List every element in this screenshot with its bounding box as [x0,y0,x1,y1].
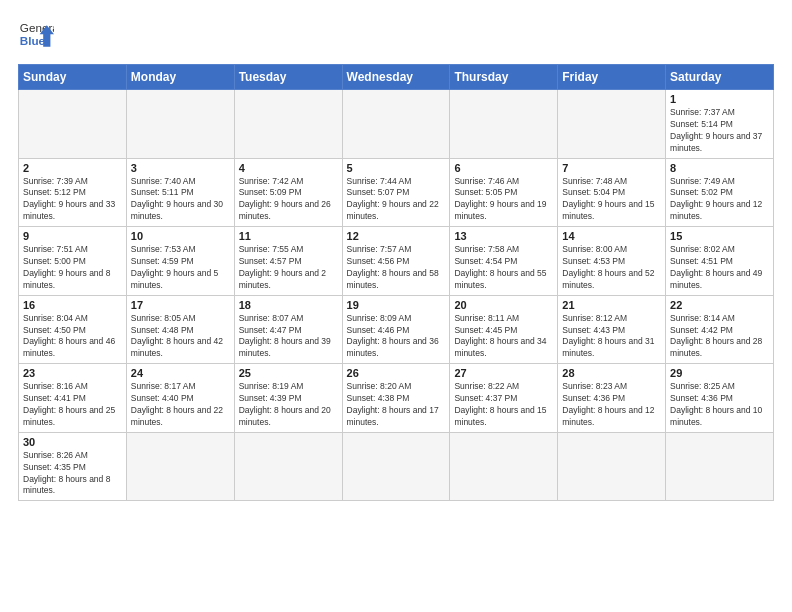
page-header: General Blue [18,18,774,54]
day-number: 1 [670,93,769,105]
calendar-cell: 26Sunrise: 8:20 AM Sunset: 4:38 PM Dayli… [342,364,450,433]
day-info: Sunrise: 8:00 AM Sunset: 4:53 PM Dayligh… [562,244,661,292]
day-info: Sunrise: 8:14 AM Sunset: 4:42 PM Dayligh… [670,313,769,361]
day-number: 18 [239,299,338,311]
calendar-week-row: 30Sunrise: 8:26 AM Sunset: 4:35 PM Dayli… [19,432,774,501]
weekday-header-row: SundayMondayTuesdayWednesdayThursdayFrid… [19,65,774,90]
day-info: Sunrise: 7:49 AM Sunset: 5:02 PM Dayligh… [670,176,769,224]
calendar-week-row: 16Sunrise: 8:04 AM Sunset: 4:50 PM Dayli… [19,295,774,364]
calendar-cell: 2Sunrise: 7:39 AM Sunset: 5:12 PM Daylig… [19,158,127,227]
calendar-cell: 23Sunrise: 8:16 AM Sunset: 4:41 PM Dayli… [19,364,127,433]
general-blue-logo-icon: General Blue [18,18,54,54]
day-info: Sunrise: 8:12 AM Sunset: 4:43 PM Dayligh… [562,313,661,361]
day-number: 26 [347,367,446,379]
calendar-week-row: 23Sunrise: 8:16 AM Sunset: 4:41 PM Dayli… [19,364,774,433]
calendar-cell [126,432,234,501]
day-info: Sunrise: 8:25 AM Sunset: 4:36 PM Dayligh… [670,381,769,429]
calendar-cell: 9Sunrise: 7:51 AM Sunset: 5:00 PM Daylig… [19,227,127,296]
logo: General Blue [18,18,54,54]
day-number: 24 [131,367,230,379]
day-info: Sunrise: 8:09 AM Sunset: 4:46 PM Dayligh… [347,313,446,361]
day-info: Sunrise: 8:07 AM Sunset: 4:47 PM Dayligh… [239,313,338,361]
weekday-header-wednesday: Wednesday [342,65,450,90]
calendar-cell: 11Sunrise: 7:55 AM Sunset: 4:57 PM Dayli… [234,227,342,296]
weekday-header-thursday: Thursday [450,65,558,90]
day-number: 7 [562,162,661,174]
day-number: 6 [454,162,553,174]
day-info: Sunrise: 7:46 AM Sunset: 5:05 PM Dayligh… [454,176,553,224]
day-number: 5 [347,162,446,174]
calendar-cell [558,432,666,501]
day-number: 27 [454,367,553,379]
day-number: 8 [670,162,769,174]
calendar-week-row: 1Sunrise: 7:37 AM Sunset: 5:14 PM Daylig… [19,90,774,159]
day-info: Sunrise: 7:51 AM Sunset: 5:00 PM Dayligh… [23,244,122,292]
day-info: Sunrise: 8:22 AM Sunset: 4:37 PM Dayligh… [454,381,553,429]
day-number: 10 [131,230,230,242]
day-info: Sunrise: 7:40 AM Sunset: 5:11 PM Dayligh… [131,176,230,224]
day-info: Sunrise: 8:20 AM Sunset: 4:38 PM Dayligh… [347,381,446,429]
day-number: 4 [239,162,338,174]
day-info: Sunrise: 8:26 AM Sunset: 4:35 PM Dayligh… [23,450,122,498]
day-info: Sunrise: 7:44 AM Sunset: 5:07 PM Dayligh… [347,176,446,224]
calendar-cell [234,90,342,159]
day-number: 2 [23,162,122,174]
calendar-cell: 27Sunrise: 8:22 AM Sunset: 4:37 PM Dayli… [450,364,558,433]
day-info: Sunrise: 7:53 AM Sunset: 4:59 PM Dayligh… [131,244,230,292]
day-number: 23 [23,367,122,379]
day-number: 20 [454,299,553,311]
day-number: 16 [23,299,122,311]
day-info: Sunrise: 7:57 AM Sunset: 4:56 PM Dayligh… [347,244,446,292]
calendar-cell: 7Sunrise: 7:48 AM Sunset: 5:04 PM Daylig… [558,158,666,227]
calendar-cell: 17Sunrise: 8:05 AM Sunset: 4:48 PM Dayli… [126,295,234,364]
day-number: 28 [562,367,661,379]
day-number: 29 [670,367,769,379]
day-info: Sunrise: 7:37 AM Sunset: 5:14 PM Dayligh… [670,107,769,155]
day-number: 22 [670,299,769,311]
day-info: Sunrise: 8:19 AM Sunset: 4:39 PM Dayligh… [239,381,338,429]
calendar-week-row: 9Sunrise: 7:51 AM Sunset: 5:00 PM Daylig… [19,227,774,296]
calendar-cell [19,90,127,159]
day-info: Sunrise: 7:48 AM Sunset: 5:04 PM Dayligh… [562,176,661,224]
calendar-cell [342,432,450,501]
day-number: 15 [670,230,769,242]
day-number: 17 [131,299,230,311]
calendar-cell: 22Sunrise: 8:14 AM Sunset: 4:42 PM Dayli… [666,295,774,364]
day-number: 13 [454,230,553,242]
calendar-cell: 4Sunrise: 7:42 AM Sunset: 5:09 PM Daylig… [234,158,342,227]
calendar-cell [234,432,342,501]
calendar-week-row: 2Sunrise: 7:39 AM Sunset: 5:12 PM Daylig… [19,158,774,227]
calendar-cell: 25Sunrise: 8:19 AM Sunset: 4:39 PM Dayli… [234,364,342,433]
svg-text:Blue: Blue [20,34,46,47]
calendar-cell: 6Sunrise: 7:46 AM Sunset: 5:05 PM Daylig… [450,158,558,227]
day-number: 19 [347,299,446,311]
weekday-header-sunday: Sunday [19,65,127,90]
calendar-cell [342,90,450,159]
calendar-cell [558,90,666,159]
day-number: 30 [23,436,122,448]
calendar-cell: 28Sunrise: 8:23 AM Sunset: 4:36 PM Dayli… [558,364,666,433]
calendar-cell: 18Sunrise: 8:07 AM Sunset: 4:47 PM Dayli… [234,295,342,364]
calendar-cell: 21Sunrise: 8:12 AM Sunset: 4:43 PM Dayli… [558,295,666,364]
day-info: Sunrise: 8:23 AM Sunset: 4:36 PM Dayligh… [562,381,661,429]
day-info: Sunrise: 7:42 AM Sunset: 5:09 PM Dayligh… [239,176,338,224]
calendar-cell: 29Sunrise: 8:25 AM Sunset: 4:36 PM Dayli… [666,364,774,433]
day-number: 3 [131,162,230,174]
day-number: 11 [239,230,338,242]
day-info: Sunrise: 8:04 AM Sunset: 4:50 PM Dayligh… [23,313,122,361]
day-info: Sunrise: 7:55 AM Sunset: 4:57 PM Dayligh… [239,244,338,292]
weekday-header-friday: Friday [558,65,666,90]
day-info: Sunrise: 8:11 AM Sunset: 4:45 PM Dayligh… [454,313,553,361]
weekday-header-saturday: Saturday [666,65,774,90]
calendar-cell [450,432,558,501]
day-info: Sunrise: 8:02 AM Sunset: 4:51 PM Dayligh… [670,244,769,292]
day-info: Sunrise: 7:58 AM Sunset: 4:54 PM Dayligh… [454,244,553,292]
calendar-cell: 24Sunrise: 8:17 AM Sunset: 4:40 PM Dayli… [126,364,234,433]
calendar-cell: 10Sunrise: 7:53 AM Sunset: 4:59 PM Dayli… [126,227,234,296]
day-number: 14 [562,230,661,242]
calendar-cell: 5Sunrise: 7:44 AM Sunset: 5:07 PM Daylig… [342,158,450,227]
calendar-cell: 14Sunrise: 8:00 AM Sunset: 4:53 PM Dayli… [558,227,666,296]
day-info: Sunrise: 8:05 AM Sunset: 4:48 PM Dayligh… [131,313,230,361]
day-number: 12 [347,230,446,242]
day-number: 9 [23,230,122,242]
